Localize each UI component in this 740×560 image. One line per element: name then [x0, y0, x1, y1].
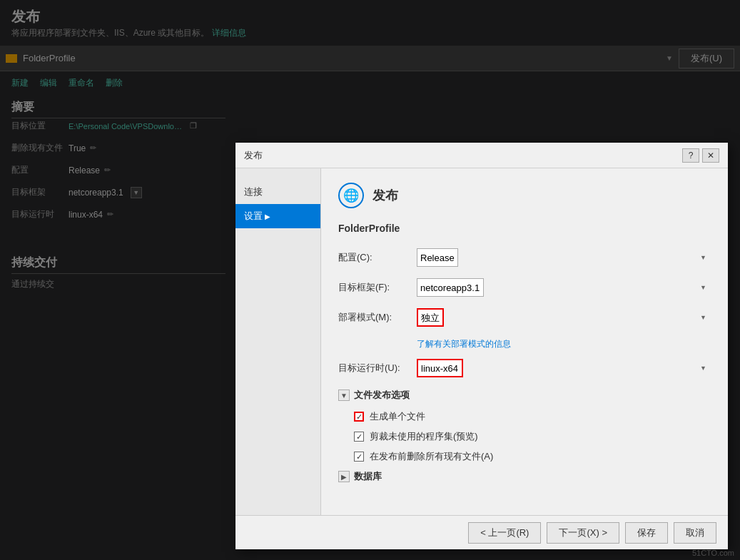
deploy-info-link[interactable]: 了解有关部署模式的信息 — [417, 338, 711, 350]
form-row-framework: 目标框架(F): netcoreapp3.1 — [338, 278, 711, 297]
cb-label-single-file: 生成单个文件 — [370, 410, 425, 423]
watermark: 51CTO.com — [692, 549, 734, 557]
checkbox-trim: ✓ 剪裁未使用的程序集(预览) — [354, 430, 711, 443]
cancel-button[interactable]: 取消 — [674, 522, 716, 544]
select-wrapper-deploy: 独立 — [417, 308, 711, 327]
form-label-config: 配置(C): — [338, 251, 417, 264]
deploy-select[interactable]: 独立 — [417, 308, 444, 327]
file-publish-toggle[interactable]: ▼ — [338, 390, 350, 401]
select-wrapper-config: Release — [417, 248, 711, 267]
dialog-footer: < 上一页(R) 下一页(X) > 保存 取消 — [235, 515, 728, 549]
form-row-config: 配置(C): Release — [338, 248, 711, 267]
dialog-title: 发布 — [244, 149, 263, 162]
cb-delete-existing[interactable]: ✓ — [354, 452, 364, 462]
form-label-framework: 目标框架(F): — [338, 281, 417, 294]
database-title: 数据库 — [354, 470, 382, 483]
cb-single-file[interactable]: ✓ — [354, 412, 364, 422]
dialog-globe-icon: 🌐 — [338, 183, 364, 208]
select-wrapper-runtime: linux-x64 — [417, 359, 711, 377]
dialog-header-row: 🌐 发布 — [338, 183, 711, 208]
form-row-runtime: 目标运行时(U): linux-x64 — [338, 359, 711, 377]
nav-item-connection[interactable]: 连接 — [235, 180, 320, 204]
config-select[interactable]: Release — [417, 248, 458, 267]
file-publish-title: 文件发布选项 — [354, 389, 410, 402]
select-wrapper-framework: netcoreapp3.1 — [417, 278, 711, 297]
prev-button[interactable]: < 上一页(R) — [468, 522, 541, 544]
cb-label-trim: 剪裁未使用的程序集(预览) — [370, 430, 478, 443]
dialog-content: 🌐 发布 FolderProfile 配置(C): Release 目标框架(F… — [321, 168, 728, 515]
dialog-titlebar: 发布 ? ✕ — [235, 143, 728, 168]
form-label-runtime: 目标运行时(U): — [338, 362, 417, 375]
cb-trim[interactable]: ✓ — [354, 432, 364, 442]
dialog-controls: ? ✕ — [682, 148, 719, 163]
file-publish-section-header[interactable]: ▼ 文件发布选项 — [338, 389, 711, 402]
checkbox-single-file: ✓ 生成单个文件 — [354, 410, 711, 423]
database-toggle[interactable]: ▶ — [338, 471, 350, 482]
save-button[interactable]: 保存 — [625, 522, 668, 544]
form-label-deploy: 部署模式(M): — [338, 311, 417, 324]
publish-dialog: 发布 ? ✕ 连接 设置 🌐 发布 FolderProfile 配置(C): — [235, 143, 728, 549]
dialog-header: 发布 — [372, 187, 398, 204]
cb-label-delete-existing: 在发布前删除所有现有文件(A) — [370, 450, 493, 463]
runtime-select[interactable]: linux-x64 — [417, 359, 463, 377]
dialog-body: 连接 设置 🌐 发布 FolderProfile 配置(C): Release — [235, 168, 728, 515]
form-row-deploy: 部署模式(M): 独立 — [338, 308, 711, 327]
dialog-profile-label: FolderProfile — [338, 223, 711, 234]
nav-item-settings[interactable]: 设置 — [235, 204, 320, 228]
checkbox-delete-existing: ✓ 在发布前删除所有现有文件(A) — [354, 450, 711, 463]
dialog-close-btn[interactable]: ✕ — [702, 148, 719, 163]
dialog-nav: 连接 设置 — [235, 168, 321, 515]
database-section-header[interactable]: ▶ 数据库 — [338, 470, 711, 483]
dialog-question-btn[interactable]: ? — [682, 148, 699, 163]
framework-select[interactable]: netcoreapp3.1 — [417, 278, 484, 297]
next-button[interactable]: 下一页(X) > — [547, 522, 619, 544]
